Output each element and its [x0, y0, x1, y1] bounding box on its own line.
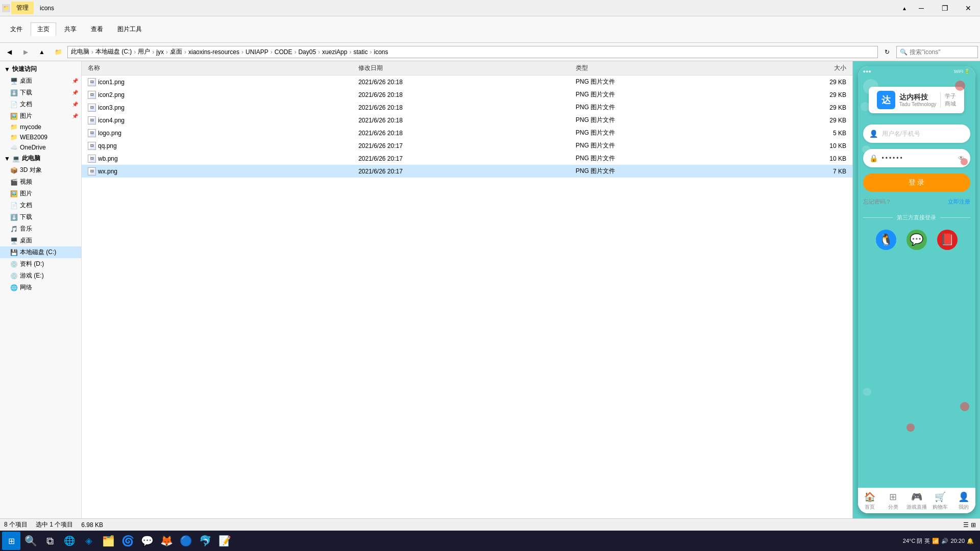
refresh-button[interactable]: ↻ — [880, 45, 894, 59]
nav-home[interactable]: 🏠 首页 — [858, 491, 881, 511]
path-desktop[interactable]: 桌面 — [170, 47, 182, 56]
sidebar-item-3d[interactable]: 📦 3D 对象 — [0, 164, 81, 176]
table-row[interactable]: 🖼 icon2.png 2021/6/26 20:18 PNG 图片文件 29 … — [82, 88, 852, 101]
qq-login-button[interactable]: 🐧 — [876, 230, 896, 250]
path-this-pc[interactable]: 此电脑 — [71, 47, 89, 56]
pin-icon: 📌 — [72, 90, 78, 95]
restore-button[interactable]: ❐ — [933, 0, 957, 16]
ribbon-tab-view[interactable]: 查看 — [85, 23, 109, 36]
nav-category[interactable]: ⊞ 分类 — [881, 491, 905, 511]
sidebar-quick-access[interactable]: ▼ 快速访问 — [0, 63, 81, 75]
path-day05[interactable]: Day05 — [298, 48, 316, 56]
sidebar-item-pictures[interactable]: 🖼️ 图片 📌 — [0, 110, 81, 122]
sidebar-item-c-drive[interactable]: 💾 本地磁盘 (C:) — [0, 246, 81, 258]
table-row[interactable]: 🖼 icon4.png 2021/6/26 20:18 PNG 图片文件 29 … — [82, 114, 852, 127]
sidebar-item-dl[interactable]: ⬇️ 下载 — [0, 211, 81, 223]
forward-button[interactable]: ▶ — [18, 45, 33, 59]
taskbar-clock[interactable]: 20:20 — [950, 537, 965, 544]
taskbar-notepad[interactable]: 📝 — [215, 532, 234, 550]
sidebar-item-videos[interactable]: 🎬 视频 — [0, 176, 81, 188]
back-button[interactable]: ◀ — [2, 45, 16, 59]
taskbar-task-view[interactable]: ⧉ — [41, 532, 59, 550]
nav-cart[interactable]: 🛒 购物车 — [928, 491, 952, 511]
ribbon-tab-share[interactable]: 共享 — [58, 23, 83, 36]
forgot-password-link[interactable]: 忘记密码？ — [863, 198, 891, 206]
path-icons[interactable]: icons — [374, 48, 388, 56]
table-row[interactable]: 🖼 wx.png 2021/6/26 20:17 PNG 图片文件 7 KB — [82, 165, 852, 178]
sidebar-item-documents[interactable]: 📄 文档 📌 — [0, 98, 81, 110]
ribbon-tab-picture-tools[interactable]: 图片工具 — [111, 23, 148, 36]
path-c-drive[interactable]: 本地磁盘 (C:) — [95, 47, 132, 56]
sidebar-item-desktop[interactable]: 🖥️ 桌面 📌 — [0, 75, 81, 87]
close-button[interactable]: ✕ — [957, 0, 980, 16]
table-row[interactable]: 🖼 qq.png 2021/6/26 20:17 PNG 图片文件 10 KB — [82, 139, 852, 152]
col-header-type[interactable]: 类型 — [574, 62, 738, 74]
taskbar-filezilla[interactable]: 🔵 — [177, 532, 195, 550]
file-type: PNG 图片文件 — [574, 127, 738, 139]
username-field[interactable]: 👤 用户名/手机号 — [863, 124, 970, 143]
path-xueziapp[interactable]: xueziApp — [322, 48, 347, 56]
taskbar-explorer[interactable]: 🗂️ — [99, 532, 117, 550]
doc-icon: 📄 — [10, 202, 18, 209]
taskbar-edge[interactable]: 🌐 — [60, 532, 79, 550]
taskbar-wechat[interactable]: 💬 — [138, 532, 156, 550]
register-link[interactable]: 立即注册 — [948, 198, 970, 206]
file-name: icon3.png — [98, 104, 125, 111]
sidebar-item-dsk[interactable]: 🖥️ 桌面 — [0, 235, 81, 246]
chevron-up-icon[interactable]: ▲ — [899, 3, 910, 13]
path-users[interactable]: 用户 — [138, 47, 150, 56]
ribbon-tab-file[interactable]: 文件 — [4, 23, 29, 36]
path-resources[interactable]: xiaoxins-resources — [188, 48, 239, 56]
table-row[interactable]: 🖼 wb.png 2021/6/26 20:17 PNG 图片文件 10 KB — [82, 152, 852, 165]
taskbar-search[interactable]: 🔍 — [21, 532, 40, 550]
col-header-name[interactable]: 名称 — [86, 62, 356, 74]
taskbar-chrome[interactable]: 🌀 — [118, 532, 137, 550]
path-code[interactable]: CODE — [275, 48, 292, 56]
table-row[interactable]: 🖼 logo.png 2021/6/26 20:18 PNG 图片文件 5 KB — [82, 127, 852, 139]
login-button[interactable]: 登 录 — [863, 173, 970, 192]
col-header-size[interactable]: 大小 — [738, 62, 848, 74]
taskbar-vscode[interactable]: ◈ — [80, 532, 98, 550]
sidebar-item-music[interactable]: 🎵 音乐 — [0, 223, 81, 235]
wechat-login-button[interactable]: 💬 — [906, 230, 927, 250]
file-size: 29 KB — [738, 90, 848, 100]
table-row[interactable]: 🖼 icon3.png 2021/6/26 20:18 PNG 图片文件 29 … — [82, 101, 852, 114]
logo-icon: 达 — [877, 91, 895, 109]
table-row[interactable]: 🖼 icon1.png 2021/6/26 20:18 PNG 图片文件 29 … — [82, 76, 852, 88]
sidebar-item-onedrive[interactable]: ☁️ OneDrive — [0, 142, 81, 153]
sidebar-item-images[interactable]: 🖼️ 图片 — [0, 188, 81, 199]
png-file-icon: 🖼 — [88, 78, 96, 86]
search-input[interactable] — [910, 48, 974, 56]
path-uniapp[interactable]: UNIAPP — [246, 48, 268, 56]
search-box[interactable]: 🔍 — [896, 46, 978, 58]
taskbar-firefox[interactable]: 🦊 — [157, 532, 176, 550]
path-static[interactable]: static — [353, 48, 368, 56]
taskbar-notification-icon[interactable]: 🔔 — [967, 538, 974, 544]
sidebar-item-mycode[interactable]: 📁 mycode — [0, 122, 81, 132]
nav-game[interactable]: 🎮 游戏直播 — [905, 491, 928, 511]
ribbon-tab-home[interactable]: 主页 — [31, 22, 56, 36]
chevron-down-icon: ▼ — [4, 155, 10, 162]
up-button[interactable]: ▲ — [35, 45, 49, 59]
tab-manage[interactable]: 管理 — [11, 2, 34, 14]
sidebar-item-web2009[interactable]: 📁 WEB2009 — [0, 132, 81, 142]
grid-view-icon[interactable]: ⊞ — [971, 521, 976, 529]
start-button[interactable]: ⊞ — [2, 532, 20, 550]
col-header-date[interactable]: 修改日期 — [356, 62, 574, 74]
home-icon: 🏠 — [864, 491, 875, 503]
sidebar-item-d-drive[interactable]: 💿 资料 (D:) — [0, 258, 81, 270]
minimize-button[interactable]: ─ — [910, 0, 933, 16]
sidebar-item-downloads[interactable]: ⬇️ 下载 📌 — [0, 87, 81, 98]
sidebar-item-e-drive[interactable]: 💿 游戏 (E:) — [0, 270, 81, 282]
sidebar-item-network[interactable]: 🌐 网络 — [0, 282, 81, 293]
png-file-icon: 🖼 — [88, 104, 96, 112]
password-field[interactable]: 🔒 •••••• 👁 — [863, 149, 970, 167]
list-view-icon[interactable]: ☰ — [963, 521, 969, 529]
weibo-login-button[interactable]: 📕 — [937, 230, 958, 250]
sidebar-item-docs[interactable]: 📄 文档 — [0, 199, 81, 211]
address-path[interactable]: 此电脑 › 本地磁盘 (C:) › 用户 › jyx › 桌面 › xiaoxi… — [67, 46, 878, 58]
taskbar-navicat[interactable]: 🐬 — [196, 532, 214, 550]
nav-profile[interactable]: 👤 我的 — [952, 491, 975, 511]
path-jyx[interactable]: jyx — [156, 48, 164, 56]
sidebar-this-pc[interactable]: ▼ 💻 此电脑 — [0, 153, 81, 164]
